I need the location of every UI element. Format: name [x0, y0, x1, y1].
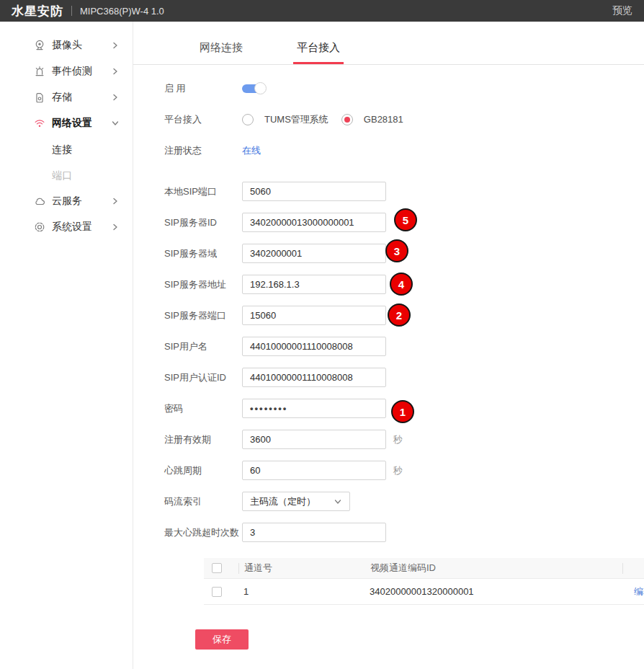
chevron-down-icon — [111, 119, 120, 128]
chevron-right-icon — [111, 93, 120, 102]
sidebar-item-event-detection[interactable]: 事件侦测 — [0, 58, 133, 84]
chevron-right-icon — [111, 41, 120, 50]
sip-server-address-input[interactable] — [242, 275, 386, 294]
register-validity-label: 注册有效期 — [164, 433, 242, 446]
sidebar-item-cloud-service[interactable]: 云服务 — [0, 188, 133, 214]
local-sip-port-row: 本地SIP端口 — [164, 182, 644, 201]
channel-number-cell: 1 — [238, 586, 365, 597]
chevron-right-icon — [111, 223, 120, 231]
sip-server-domain-input[interactable] — [242, 244, 386, 263]
save-button[interactable]: 保存 — [195, 629, 249, 650]
main-content: 网络连接 平台接入 启 用 平台接入 TUMS管理系统 GB28181 — [133, 22, 644, 669]
register-status-row: 注册状态 在线 — [164, 141, 644, 160]
sidebar-subitem-port[interactable]: 端口 — [0, 162, 133, 188]
table-header-row: 通道号 视频通道编码ID — [204, 558, 644, 579]
stream-index-value: 主码流（定时） — [250, 495, 316, 508]
sip-server-address-label: SIP服务器地址 — [164, 278, 242, 291]
sidebar-item-label: 系统设置 — [52, 221, 92, 234]
heartbeat-period-row: 心跳周期 秒 — [164, 461, 644, 480]
heartbeat-period-input[interactable] — [242, 461, 386, 480]
radio-tums-label: TUMS管理系统 — [264, 113, 328, 126]
sip-auth-id-label: SIP用户认证ID — [164, 371, 242, 384]
preview-link[interactable]: 预览 — [612, 4, 632, 17]
table-row: 1 34020000001320000001 编辑 — [204, 579, 644, 605]
webcam-icon — [33, 39, 46, 52]
local-sip-port-input[interactable] — [242, 182, 386, 201]
sidebar-item-system-settings[interactable]: 系统设置 — [0, 214, 133, 240]
sip-server-domain-label: SIP服务器域 — [164, 247, 242, 260]
sidebar-item-label: 摄像头 — [52, 39, 82, 52]
topbar: 水星安防 MIPC368(P)W-4 1.0 预览 — [0, 0, 644, 22]
sidebar-item-label: 存储 — [52, 91, 72, 104]
stream-index-label: 码流索引 — [164, 495, 242, 508]
sip-auth-id-row: SIP用户认证ID — [164, 368, 644, 387]
tab-network-connection[interactable]: 网络连接 — [200, 41, 243, 64]
password-input[interactable] — [242, 399, 386, 418]
register-status-value[interactable]: 在线 — [242, 144, 261, 157]
radio-tums[interactable] — [242, 114, 254, 125]
enable-toggle[interactable] — [242, 84, 264, 93]
enable-row: 启 用 — [164, 79, 644, 98]
sip-server-id-label: SIP服务器ID — [164, 216, 242, 229]
storage-icon — [33, 91, 46, 104]
sip-auth-id-input[interactable] — [242, 368, 386, 387]
device-model: MIPC368(P)W-4 1.0 — [80, 6, 164, 17]
sip-username-input[interactable] — [242, 337, 386, 356]
sip-username-label: SIP用户名 — [164, 340, 242, 353]
chevron-right-icon — [111, 67, 120, 76]
radio-gb28181[interactable] — [341, 114, 353, 125]
sip-server-domain-row: SIP服务器域 3 — [164, 244, 644, 263]
password-label: 密码 — [164, 402, 242, 415]
video-channel-id-cell: 34020000001320000001 — [365, 586, 623, 597]
row-checkbox[interactable] — [212, 587, 222, 597]
tab-bar: 网络连接 平台接入 — [133, 22, 644, 65]
callout-badge-5: 5 — [394, 208, 417, 231]
stream-index-select[interactable]: 主码流（定时） — [242, 492, 350, 511]
sidebar-item-label: 网络设置 — [52, 117, 92, 130]
max-heartbeat-timeout-input[interactable] — [242, 523, 386, 542]
sip-server-id-row: SIP服务器ID 5 — [164, 213, 644, 232]
callout-badge-2: 2 — [388, 304, 411, 327]
sip-server-id-input[interactable] — [242, 213, 386, 232]
password-row: 密码 1 — [164, 399, 644, 418]
register-validity-row: 注册有效期 秒 — [164, 430, 644, 449]
sip-server-address-row: SIP服务器地址 4 — [164, 275, 644, 294]
chevron-right-icon — [111, 197, 120, 205]
local-sip-port-label: 本地SIP端口 — [164, 185, 242, 198]
heartbeat-period-label: 心跳周期 — [164, 464, 242, 477]
channel-column-header: 通道号 — [239, 562, 365, 575]
sip-server-port-input[interactable] — [242, 306, 386, 325]
register-status-label: 注册状态 — [164, 144, 242, 157]
sidebar-item-network-settings[interactable]: 网络设置 — [0, 110, 133, 136]
platform-type-row: 平台接入 TUMS管理系统 GB28181 — [164, 110, 644, 129]
edit-cell: 编辑 — [623, 585, 644, 598]
platform-type-label: 平台接入 — [164, 113, 242, 126]
row-checkbox-cell — [204, 587, 238, 597]
callout-badge-3: 3 — [385, 239, 408, 262]
sidebar-item-label: 云服务 — [52, 195, 82, 208]
edit-link[interactable]: 编辑 — [634, 586, 644, 597]
sidebar-subitem-connection[interactable]: 连接 — [0, 136, 133, 162]
header-checkbox-cell — [204, 563, 238, 573]
column-divider — [622, 563, 623, 574]
channel-table: 通道号 视频通道编码ID 1 34020000001320000001 编辑 — [204, 558, 644, 605]
register-validity-input[interactable] — [242, 430, 386, 449]
cloud-icon — [33, 195, 46, 208]
seconds-unit: 秒 — [393, 464, 403, 477]
sidebar-item-camera[interactable]: 摄像头 — [0, 32, 133, 58]
sidebar-item-storage[interactable]: 存储 — [0, 84, 133, 110]
toggle-knob — [254, 82, 267, 94]
chevron-down-icon — [334, 497, 342, 506]
callout-badge-1: 1 — [391, 400, 414, 423]
sip-server-port-row: SIP服务器端口 2 — [164, 306, 644, 325]
radio-gb28181-label: GB28181 — [364, 114, 403, 125]
sip-username-row: SIP用户名 — [164, 337, 644, 356]
alarm-icon — [33, 65, 46, 78]
seconds-unit: 秒 — [393, 433, 403, 446]
sidebar: 摄像头 事件侦测 存储 — [0, 22, 133, 669]
select-all-checkbox[interactable] — [212, 563, 222, 573]
tab-platform-access[interactable]: 平台接入 — [297, 41, 340, 64]
stream-index-row: 码流索引 主码流（定时） — [164, 492, 644, 511]
sip-server-port-label: SIP服务器端口 — [164, 309, 242, 322]
platform-radio-group: TUMS管理系统 GB28181 — [242, 113, 403, 126]
